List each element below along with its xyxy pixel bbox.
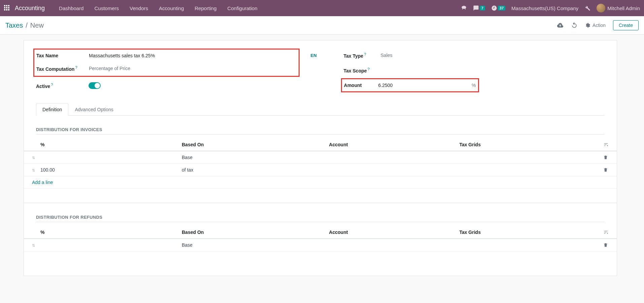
avatar — [597, 4, 605, 12]
amount-field[interactable]: 6.2500 — [378, 83, 442, 88]
tax-name-label: Tax Name — [36, 53, 89, 58]
col-tax-grids[interactable]: Tax Grids — [456, 139, 601, 151]
apps-icon[interactable] — [4, 5, 10, 11]
col-options[interactable] — [601, 139, 617, 151]
form-left-col: Tax Name Massachusetts sales tax 6.25% T… — [36, 51, 297, 96]
cell-pct[interactable] — [38, 239, 179, 251]
highlight-box-amount: Amount 6.2500 % — [341, 78, 479, 92]
chat-icon — [473, 5, 479, 11]
cell-tax-grids[interactable] — [456, 239, 601, 251]
cell-based-on[interactable]: Base — [179, 239, 326, 251]
active-toggle[interactable] — [89, 82, 101, 89]
wrench-icon — [584, 5, 590, 11]
col-handle — [24, 139, 38, 151]
nav-reporting[interactable]: Reporting — [190, 3, 221, 13]
tab-advanced[interactable]: Advanced Options — [68, 103, 120, 116]
cell-account[interactable] — [326, 239, 456, 251]
cell-pct[interactable]: 100.00 — [38, 164, 179, 176]
cloud-save-button[interactable] — [557, 22, 564, 29]
nav-vendors[interactable]: Vendors — [125, 3, 153, 13]
invoices-table: % Based On Account Tax Grids — [24, 139, 617, 203]
help-icon[interactable]: ? — [364, 52, 366, 56]
debug-icon[interactable] — [584, 5, 590, 11]
trash-icon — [603, 155, 608, 160]
tray-item-1[interactable] — [461, 5, 467, 11]
table-row[interactable]: 100.00 of tax — [24, 164, 617, 176]
table-row[interactable]: Base — [24, 151, 617, 164]
drag-handle[interactable] — [24, 239, 38, 251]
delete-row-button[interactable] — [601, 151, 617, 164]
tab-definition[interactable]: Definition — [36, 103, 68, 116]
tax-type-field[interactable]: Sales — [381, 53, 605, 58]
drag-handle[interactable] — [24, 151, 38, 164]
refunds-table-wrap: % Based On Account Tax Grids — [24, 226, 617, 251]
user-name: Mitchell Admin — [607, 5, 640, 11]
tabs: Definition Advanced Options — [36, 103, 605, 116]
col-handle — [24, 226, 38, 239]
discard-button[interactable] — [571, 22, 578, 29]
nav-configuration[interactable]: Configuration — [223, 3, 262, 13]
trash-icon — [603, 243, 608, 247]
action-menu[interactable]: Action — [585, 23, 606, 28]
cell-account[interactable] — [326, 151, 456, 164]
cell-pct[interactable] — [38, 151, 179, 164]
amount-label: Amount — [344, 83, 378, 88]
cell-based-on[interactable]: of tax — [179, 164, 326, 176]
user-menu[interactable]: Mitchell Admin — [597, 4, 640, 12]
col-account[interactable]: Account — [326, 139, 456, 151]
hat-icon — [461, 5, 467, 11]
highlight-box-left: Tax Name Massachusetts sales tax 6.25% T… — [33, 49, 300, 77]
tax-name-field[interactable]: Massachusetts sales tax 6.25% — [89, 53, 297, 58]
drag-handle[interactable] — [24, 164, 38, 176]
col-options[interactable] — [601, 226, 617, 239]
create-button[interactable]: Create — [613, 20, 639, 30]
help-icon[interactable]: ? — [368, 67, 370, 71]
trash-icon — [603, 168, 608, 172]
columns-options-icon — [603, 142, 609, 147]
company-switcher[interactable]: Massachusetts(US) Company — [511, 5, 578, 11]
columns-options-icon — [603, 230, 609, 235]
add-line-button[interactable]: Add a line — [24, 176, 617, 189]
tax-computation-field[interactable]: Percentage of Price — [89, 66, 297, 71]
help-icon[interactable]: ? — [75, 65, 77, 69]
col-based-on[interactable]: Based On — [179, 226, 326, 239]
form-top-row: Tax Name Massachusetts sales tax 6.25% T… — [36, 51, 605, 96]
col-account[interactable]: Account — [326, 226, 456, 239]
gear-icon — [585, 23, 590, 28]
cell-account[interactable] — [326, 164, 456, 176]
delete-row-button[interactable] — [601, 239, 617, 251]
col-pct[interactable]: % — [38, 226, 179, 239]
cloud-upload-icon — [557, 22, 564, 29]
nav-accounting[interactable]: Accounting — [154, 3, 189, 13]
col-tax-grids[interactable]: Tax Grids — [456, 226, 601, 239]
topbar: Accounting Dashboard Customers Vendors A… — [0, 0, 644, 16]
tax-scope-label: Tax Scope? — [344, 67, 381, 73]
messages-icon[interactable]: 7 — [473, 5, 485, 11]
action-label: Action — [592, 23, 606, 28]
col-pct[interactable]: % — [38, 139, 179, 151]
cell-tax-grids[interactable] — [456, 151, 601, 164]
messages-badge: 7 — [480, 6, 485, 10]
help-icon[interactable]: ? — [51, 82, 53, 87]
form-sheet: Tax Name Massachusetts sales tax 6.25% T… — [24, 40, 617, 276]
tax-type-label: Tax Type? — [344, 52, 381, 59]
app-title[interactable]: Accounting — [15, 5, 45, 12]
section-title-refunds: Distribution for Refunds — [36, 215, 605, 222]
nav-customers[interactable]: Customers — [90, 3, 124, 13]
table-row[interactable]: Base — [24, 239, 617, 251]
clock-icon — [491, 5, 497, 11]
activities-icon[interactable]: 37 — [491, 5, 505, 11]
delete-row-button[interactable] — [601, 164, 617, 176]
cell-based-on[interactable]: Base — [179, 151, 326, 164]
control-actions: Action Create — [557, 20, 639, 30]
tax-computation-label: Tax Computation? — [36, 65, 89, 72]
breadcrumb-root[interactable]: Taxes — [5, 22, 23, 29]
cell-tax-grids[interactable] — [456, 164, 601, 176]
nav-dashboard[interactable]: Dashboard — [54, 3, 88, 13]
breadcrumb-current: New — [30, 22, 44, 29]
col-based-on[interactable]: Based On — [179, 139, 326, 151]
active-label: Active? — [36, 82, 89, 89]
controlbar: Taxes / New Action Create — [0, 16, 644, 35]
invoices-table-wrap: % Based On Account Tax Grids — [24, 139, 617, 203]
lang-button[interactable]: EN — [310, 53, 316, 58]
